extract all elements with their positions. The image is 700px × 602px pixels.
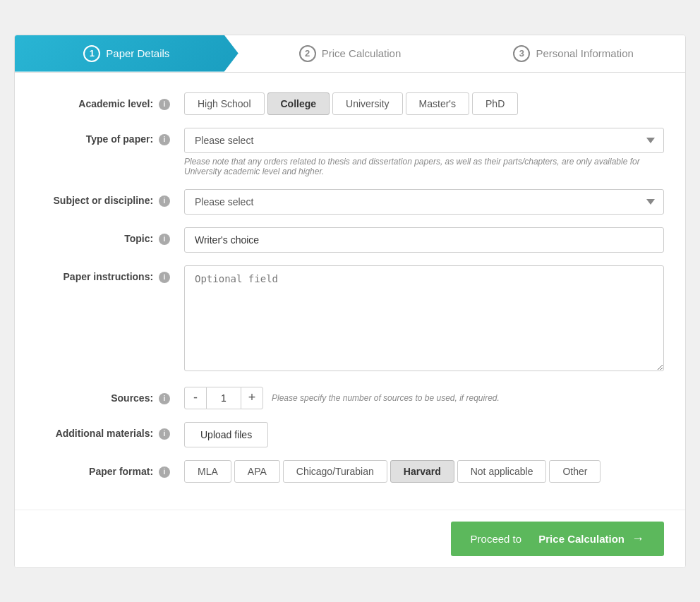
sources-label: Sources: i (36, 387, 184, 404)
academic-level-high-school[interactable]: High School (184, 92, 265, 115)
sources-value-input[interactable] (207, 387, 241, 409)
step-price-calculation[interactable]: 2 Price Calculation (239, 35, 462, 72)
topic-input[interactable] (184, 227, 664, 253)
form-area: Academic level: i High School College Un… (15, 73, 685, 510)
paper-instructions-row: Paper instructions: i (36, 265, 664, 374)
sources-stepper: - + (184, 387, 263, 409)
paper-format-chicago[interactable]: Chicago/Turabian (283, 460, 387, 483)
type-of-paper-info-icon[interactable]: i (159, 134, 170, 145)
step-label-1: Paper Details (106, 47, 169, 59)
academic-level-university[interactable]: University (332, 92, 402, 115)
topic-row: Topic: i (36, 227, 664, 253)
academic-level-masters[interactable]: Master's (406, 92, 469, 115)
academic-level-btn-group: High School College University Master's … (184, 92, 664, 115)
sources-row: Sources: i - + Please specify the number… (36, 387, 664, 409)
step-label-2: Price Calculation (322, 47, 402, 59)
step-number-1: 1 (83, 45, 100, 62)
paper-format-harvard[interactable]: Harvard (390, 460, 454, 483)
step-number-3: 3 (513, 45, 530, 62)
subject-discipline-row: Subject or discipline: i Please select (36, 189, 664, 215)
step-number-2: 2 (299, 45, 316, 62)
proceed-bold: Price Calculation (538, 533, 624, 545)
academic-level-label: Academic level: i (36, 92, 184, 110)
subject-discipline-info-icon[interactable]: i (159, 195, 170, 207)
additional-materials-row: Additional materials: i Upload files (36, 422, 664, 447)
sources-plus-button[interactable]: + (241, 387, 263, 409)
type-of-paper-label: Type of paper: i (36, 128, 184, 145)
academic-level-college[interactable]: College (267, 92, 330, 115)
paper-instructions-info-icon[interactable]: i (159, 272, 170, 283)
additional-materials-info-icon[interactable]: i (159, 428, 170, 440)
paper-instructions-textarea[interactable] (184, 265, 664, 371)
additional-materials-label: Additional materials: i (36, 422, 184, 440)
paper-format-not-applicable[interactable]: Not applicable (457, 460, 547, 483)
academic-level-info-icon[interactable]: i (159, 99, 170, 110)
subject-discipline-control: Please select (184, 189, 664, 215)
proceed-button[interactable]: Proceed to Price Calculation → (451, 522, 664, 556)
step-personal-information[interactable]: 3 Personal Information (461, 35, 685, 72)
paper-format-btn-group: MLA APA Chicago/Turabian Harvard Not app… (184, 460, 664, 483)
paper-format-row: Paper format: i MLA APA Chicago/Turabian… (36, 460, 664, 483)
sources-hint: Please specify the number of sources to … (272, 393, 500, 403)
type-of-paper-select[interactable]: Please select (184, 128, 664, 153)
paper-instructions-label: Paper instructions: i (36, 265, 184, 283)
academic-level-row: Academic level: i High School College Un… (36, 92, 664, 115)
paper-format-info-icon[interactable]: i (159, 466, 170, 478)
academic-level-control: High School College University Master's … (184, 92, 664, 115)
paper-format-apa[interactable]: APA (234, 460, 280, 483)
paper-format-other[interactable]: Other (549, 460, 601, 483)
type-of-paper-row: Type of paper: i Please select Please no… (36, 128, 664, 176)
topic-info-icon[interactable]: i (159, 234, 170, 245)
stepper: 1 Paper Details 2 Price Calculation 3 Pe… (15, 35, 685, 73)
subject-discipline-label: Subject or discipline: i (36, 189, 184, 207)
sources-info-icon[interactable]: i (159, 393, 170, 404)
paper-instructions-control (184, 265, 664, 374)
paper-format-control: MLA APA Chicago/Turabian Harvard Not app… (184, 460, 664, 483)
sources-minus-button[interactable]: - (184, 387, 207, 409)
subject-discipline-select[interactable]: Please select (184, 189, 664, 215)
paper-format-mla[interactable]: MLA (184, 460, 231, 483)
topic-label: Topic: i (36, 227, 184, 245)
paper-format-label: Paper format: i (36, 460, 184, 478)
step-label-3: Personal Information (536, 47, 633, 59)
main-container: 1 Paper Details 2 Price Calculation 3 Pe… (14, 35, 686, 568)
type-of-paper-hint: Please note that any orders related to t… (184, 157, 664, 176)
sources-control: - + Please specify the number of sources… (184, 387, 664, 409)
step-paper-details[interactable]: 1 Paper Details (15, 35, 239, 72)
additional-materials-control: Upload files (184, 422, 664, 447)
proceed-label: Proceed to (471, 533, 522, 545)
proceed-arrow-icon: → (632, 531, 644, 546)
upload-files-button[interactable]: Upload files (184, 422, 268, 447)
type-of-paper-control: Please select Please note that any order… (184, 128, 664, 176)
bottom-bar: Proceed to Price Calculation → (15, 510, 685, 567)
topic-control (184, 227, 664, 253)
academic-level-phd[interactable]: PhD (472, 92, 518, 115)
